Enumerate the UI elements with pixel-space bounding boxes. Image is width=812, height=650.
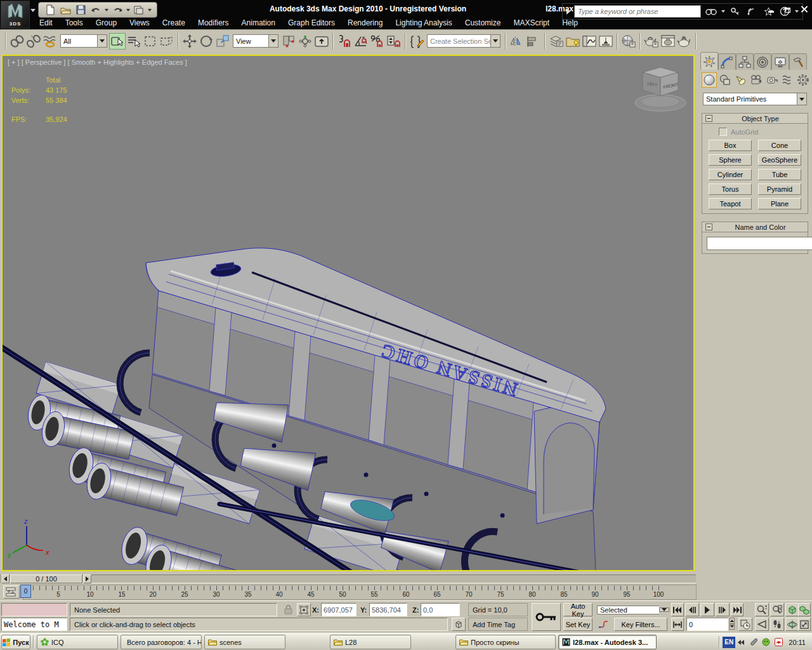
torus-button[interactable]: Torus [709,183,752,195]
open-file-button[interactable] [59,4,72,17]
play-button[interactable] [700,603,714,616]
selection-lock-toggle[interactable] [280,603,296,616]
select-and-move-icon[interactable] [181,33,198,50]
category-lights[interactable] [733,72,748,88]
save-file-button[interactable] [74,4,87,17]
start-button[interactable]: Пуск [1,635,30,649]
render-production-icon[interactable] [676,33,693,50]
category-space-warps[interactable] [780,72,796,88]
select-and-manipulate-icon[interactable] [297,33,313,50]
infocenter-arrow-icon[interactable] [566,8,570,15]
z-coordinate-field[interactable] [421,603,460,616]
category-systems[interactable] [796,72,811,88]
x-coordinate-input[interactable] [322,604,356,616]
menu-tools[interactable]: Tools [59,18,89,27]
zoom-extents-icon[interactable] [785,603,799,616]
frame-spinner[interactable] [728,618,735,630]
menu-group[interactable]: Group [89,18,123,27]
curve-editor-icon[interactable] [581,33,598,50]
menu-rendering[interactable]: Rendering [341,18,389,27]
cylinder-button[interactable]: Cylinder [709,169,752,180]
taskbar-item-scenes[interactable]: scenes [204,635,285,649]
geosphere-button[interactable]: GeoSphere [758,154,801,166]
go-to-end-button[interactable] [731,603,743,616]
absolute-mode-toggle[interactable] [297,603,311,616]
current-frame-input[interactable] [687,618,728,630]
window-crossing-toggle-icon[interactable] [159,33,175,50]
menu-customize[interactable]: Customize [459,18,508,27]
taskbar-item-screens-folder[interactable]: Просто скрины [455,635,556,649]
category-cameras[interactable] [749,72,764,88]
category-geometry[interactable] [702,72,717,88]
key-filter-set-dropdown[interactable]: Selected [597,603,669,616]
current-frame-marker[interactable]: 0 [20,585,31,598]
previous-frame-button[interactable] [685,603,699,616]
previous-frame-arrow[interactable] [1,574,10,583]
zoom-all-icon[interactable] [770,603,784,616]
select-and-link-icon[interactable] [9,33,25,50]
orbit-icon[interactable] [785,618,799,631]
project-folder-button[interactable] [133,4,145,17]
search-options-icon[interactable] [721,10,725,13]
set-key-button[interactable]: Set Key [563,618,593,631]
redo-button[interactable] [111,4,124,17]
percent-snap-toggle-icon[interactable] [369,33,386,50]
select-and-rotate-icon[interactable] [198,33,214,50]
tab-create[interactable] [700,52,718,70]
align-icon[interactable] [525,33,542,50]
plane-button[interactable]: Plane [758,198,801,209]
select-and-scale-icon[interactable] [214,33,231,50]
edit-named-selection-sets-icon[interactable] [409,33,425,50]
taskbar-item-l28[interactable]: L28 [330,635,411,649]
search-binoculars-icon[interactable] [705,5,717,18]
zoom-extents-all-icon[interactable] [798,603,811,616]
close-button[interactable] [799,5,808,13]
maxscript-mini-listener[interactable] [1,603,67,616]
track-bar-ruler[interactable]: 0 5 10 15 20 25 30 35 40 45 50 55 60 65 … [23,585,697,600]
collapse-icon[interactable] [705,115,712,122]
tray-expand-icon[interactable] [738,638,745,647]
category-helpers[interactable] [764,72,780,88]
tab-utilities[interactable] [789,53,807,70]
autogrid-checkbox[interactable] [719,128,727,136]
tray-icq-icon[interactable] [761,637,771,647]
teapot-button[interactable]: Teapot [709,198,752,209]
maximize-viewport-toggle[interactable] [798,618,811,631]
cone-button[interactable]: Cone [758,140,801,151]
collapse-icon[interactable] [705,223,712,230]
maxscript-listener-line[interactable]: Welcome to M [1,618,67,631]
rectangular-selection-region-icon[interactable] [142,33,159,50]
tray-antivirus-icon[interactable] [773,637,783,647]
set-keys-button[interactable] [532,603,561,631]
scene-explorer-icon[interactable] [565,33,581,50]
y-coordinate-field[interactable] [369,603,407,616]
time-configuration-button[interactable] [738,618,752,631]
pyramid-button[interactable]: Pyramid [758,183,801,195]
undo-button[interactable] [89,4,102,17]
zoom-icon[interactable] [755,603,769,616]
box-button[interactable]: Box [709,140,752,151]
x-coordinate-field[interactable] [321,603,357,616]
name-color-header[interactable]: Name and Color [702,222,808,232]
snaps-toggle-3d-icon[interactable] [336,33,353,50]
bind-to-space-warp-icon[interactable] [42,33,58,50]
angle-snap-toggle-icon[interactable] [353,33,369,50]
menu-animation[interactable]: Animation [235,18,282,27]
tab-motion[interactable] [754,53,771,70]
search-input[interactable] [574,5,701,18]
z-coordinate-input[interactable] [421,604,459,616]
isolate-view-icon[interactable] [452,618,466,631]
render-setup-icon[interactable] [643,33,660,50]
object-type-header[interactable]: Object Type [702,114,808,124]
menu-graph-editors[interactable]: Graph Editors [282,18,341,27]
menu-edit[interactable]: Edit [33,18,59,27]
add-time-tag[interactable]: Add Time Tag [468,618,528,631]
go-to-start-button[interactable] [671,603,684,616]
use-pivot-point-icon[interactable] [280,33,297,50]
language-indicator[interactable]: EN [723,637,735,648]
menu-views[interactable]: Views [123,18,156,27]
walk-through-icon[interactable] [770,618,784,631]
app-menu-arrow-icon[interactable] [30,9,36,12]
reference-coordinate-dropdown[interactable]: View [233,34,278,48]
viewport-label[interactable]: [ + ] [ Perspective ] [ Smooth + Highlig… [8,58,187,66]
